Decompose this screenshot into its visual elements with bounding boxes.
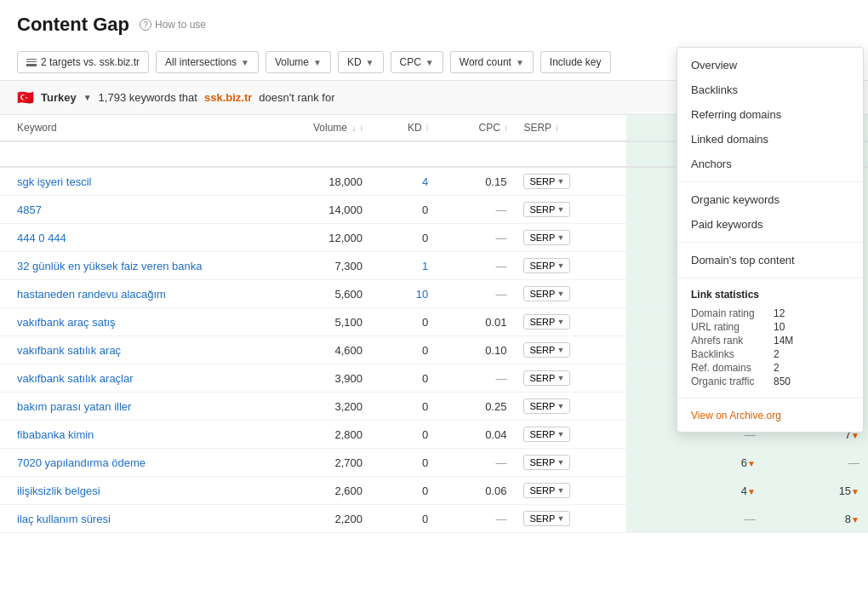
cpc-cell: — xyxy=(437,280,515,308)
keyword-link[interactable]: vakıfbank satılık araçlar xyxy=(17,372,134,385)
serp-button[interactable]: SERP ▼ xyxy=(523,174,570,189)
col-kd[interactable]: KD i xyxy=(371,115,437,141)
country-name[interactable]: Turkey xyxy=(41,91,77,104)
cpc-cell: — xyxy=(437,252,515,280)
keyword-link[interactable]: vakıfbank satılık araç xyxy=(17,344,121,357)
kd-cell: 0 xyxy=(371,505,437,533)
keyword-link[interactable]: vakıfbank araç satış xyxy=(17,316,116,329)
volume-filter[interactable]: Volume ▼ xyxy=(266,51,331,73)
sub-pos-cell: 8▼ xyxy=(764,505,868,533)
serp-button[interactable]: SERP ▼ xyxy=(523,286,570,301)
col-cpc[interactable]: CPC i xyxy=(437,115,515,141)
intersections-arrow: ▼ xyxy=(241,58,249,67)
menu-item-linked-domains[interactable]: Linked domains xyxy=(677,127,863,152)
archive-link[interactable]: View on Archive.org xyxy=(691,410,781,421)
intersections-label: All intersections xyxy=(165,56,237,68)
volume-cell: 12,000 xyxy=(255,224,371,252)
serp-cell: SERP ▼ xyxy=(515,196,626,224)
how-to-use-link[interactable]: ? How to use xyxy=(140,19,206,31)
col-keyword-label: Keyword xyxy=(17,122,57,134)
stat-value: 14M xyxy=(774,335,849,347)
col-cpc-label: CPC xyxy=(479,122,500,134)
serp-button[interactable]: SERP ▼ xyxy=(523,455,570,470)
filter-icon xyxy=(26,58,37,66)
col-volume[interactable]: Volume ↓ i xyxy=(255,115,371,141)
kd-cell: 0 xyxy=(371,308,437,336)
kd-cell: 0 xyxy=(371,393,437,421)
serp-button[interactable]: SERP ▼ xyxy=(523,427,570,442)
country-domain-link[interactable]: ssk.biz.tr xyxy=(204,91,252,104)
include-key-filter[interactable]: Include key xyxy=(540,51,611,73)
keyword-cell: hastaneden randevu alacağım xyxy=(0,280,255,308)
keyword-cell: bakım parası yatan iller xyxy=(0,393,255,421)
word-count-filter[interactable]: Word count ▼ xyxy=(450,51,534,73)
menu-item-top-content[interactable]: Domain's top content xyxy=(677,248,863,272)
serp-button[interactable]: SERP ▼ xyxy=(523,342,570,358)
serp-button[interactable]: SERP ▼ xyxy=(523,398,570,414)
serp-cell: SERP ▼ xyxy=(515,167,626,196)
serp-button[interactable]: SERP ▼ xyxy=(523,483,570,498)
volume-cell: 4,600 xyxy=(255,336,371,364)
col-serp-label: SERP xyxy=(523,122,551,134)
keyword-link[interactable]: bakım parası yatan iller xyxy=(17,400,131,413)
volume-cell: 14,000 xyxy=(255,196,371,224)
cpc-cell: — xyxy=(437,196,515,224)
serp-button[interactable]: SERP ▼ xyxy=(523,511,570,526)
keyword-link[interactable]: 7020 yapılandırma ödeme xyxy=(17,456,146,469)
intersections-filter[interactable]: All intersections ▼ xyxy=(156,51,259,73)
cpc-cell: — xyxy=(437,505,515,533)
cpc-label: CPC xyxy=(400,56,421,68)
col-keyword: Keyword xyxy=(0,115,255,141)
serp-cell: SERP ▼ xyxy=(515,364,626,393)
divider-1 xyxy=(677,181,863,182)
kd-filter[interactable]: KD ▼ xyxy=(338,51,384,73)
keyword-cell: vakıfbank satılık araç xyxy=(0,336,255,364)
menu-item-overview[interactable]: Overview xyxy=(677,53,863,77)
menu-item-organic-keywords[interactable]: Organic keywords xyxy=(677,187,863,212)
kd-arrow: ▼ xyxy=(366,58,374,67)
targets-filter[interactable]: 2 targets vs. ssk.biz.tr xyxy=(17,51,149,73)
serp-button[interactable]: SERP ▼ xyxy=(523,370,570,386)
keyword-link[interactable]: ilişiksizlik belgesi xyxy=(17,484,100,497)
keyword-link[interactable]: sgk işyeri tescil xyxy=(17,175,91,188)
serp-button[interactable]: SERP ▼ xyxy=(523,202,570,217)
stat-value: 10 xyxy=(774,321,849,333)
cpc-info-icon: i xyxy=(505,123,506,133)
cpc-cell: — xyxy=(437,364,515,393)
word-count-label: Word count xyxy=(460,56,511,68)
cpc-cell: 0.15 xyxy=(437,167,515,196)
keyword-link[interactable]: hastaneden randevu alacağım xyxy=(17,288,166,301)
cpc-filter[interactable]: CPC ▼ xyxy=(391,51,443,73)
serp-cell: SERP ▼ xyxy=(515,308,626,336)
sub-arrow: ▼ xyxy=(851,487,859,496)
kd-info-icon: i xyxy=(426,123,428,133)
keyword-link[interactable]: fibabanka kimin xyxy=(17,428,94,441)
menu-item-referring-domains[interactable]: Referring domains xyxy=(677,102,863,127)
keyword-link[interactable]: 444 0 444 xyxy=(17,232,66,244)
keyword-link[interactable]: 4857 xyxy=(17,204,42,216)
sort-icon: ↓ xyxy=(351,123,356,133)
serp-button[interactable]: SERP ▼ xyxy=(523,230,570,245)
kd-cell: 0 xyxy=(371,336,437,364)
menu-item-backlinks[interactable]: Backlinks xyxy=(677,77,863,102)
volume-cell: 18,000 xyxy=(255,167,371,196)
stat-value: 850 xyxy=(774,376,849,387)
serp-button[interactable]: SERP ▼ xyxy=(523,314,570,330)
menu-item-anchors[interactable]: Anchors xyxy=(677,152,863,176)
country-flag: 🇹🇷 xyxy=(17,89,34,106)
keyword-link[interactable]: 32 günlük en yüksek faiz veren banka xyxy=(17,260,203,272)
keyword-cell: vakıfbank satılık araçlar xyxy=(0,364,255,393)
table-row: ilişiksizlik belgesi2,60000.06SERP ▼4▼15… xyxy=(0,477,868,505)
col-volume-label: Volume xyxy=(313,122,347,134)
cpc-cell: — xyxy=(437,449,515,477)
menu-item-paid-keywords[interactable]: Paid keywords xyxy=(677,212,863,237)
pos-arrow: ▼ xyxy=(747,487,756,496)
link-stats-label: Link statistics xyxy=(677,284,863,304)
serp-cell: SERP ▼ xyxy=(515,224,626,252)
how-to-use-label: How to use xyxy=(155,19,206,31)
keyword-link[interactable]: ilaç kullanım süresi xyxy=(17,513,111,525)
serp-button[interactable]: SERP ▼ xyxy=(523,258,570,273)
kd-label: KD xyxy=(347,56,362,68)
stat-label: Ref. domains xyxy=(691,362,767,374)
view-archive[interactable]: View on Archive.org xyxy=(677,404,863,427)
